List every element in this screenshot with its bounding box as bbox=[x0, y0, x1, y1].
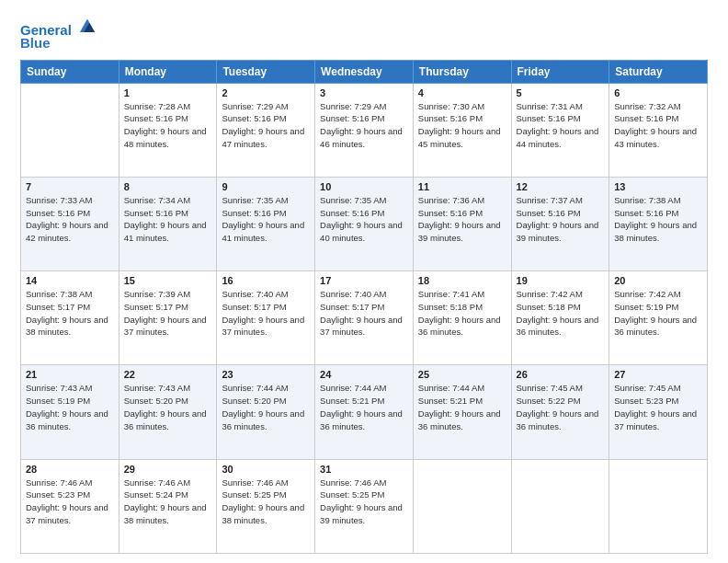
logo: General Blue bbox=[20, 17, 97, 51]
cell-info: Sunrise: 7:46 AMSunset: 5:25 PMDaylight:… bbox=[320, 477, 408, 527]
calendar-cell: 23Sunrise: 7:44 AMSunset: 5:20 PMDayligh… bbox=[217, 365, 315, 459]
cell-date: 30 bbox=[222, 464, 310, 475]
cell-info: Sunrise: 7:28 AMSunset: 5:16 PMDaylight:… bbox=[124, 100, 212, 151]
cell-info: Sunrise: 7:46 AMSunset: 5:25 PMDaylight:… bbox=[222, 477, 310, 527]
week-row-3: 21Sunrise: 7:43 AMSunset: 5:19 PMDayligh… bbox=[21, 365, 708, 459]
page: General Blue SundayMondayTuesdayWednesda… bbox=[0, 0, 728, 563]
cell-info: Sunrise: 7:44 AMSunset: 5:20 PMDaylight:… bbox=[222, 382, 310, 432]
cell-info: Sunrise: 7:29 AMSunset: 5:16 PMDaylight:… bbox=[222, 100, 310, 151]
calendar-header-row: SundayMondayTuesdayWednesdayThursdayFrid… bbox=[21, 60, 708, 83]
day-header-wednesday: Wednesday bbox=[315, 60, 414, 83]
cell-date: 4 bbox=[418, 87, 506, 98]
cell-date: 21 bbox=[26, 369, 114, 380]
cell-date: 6 bbox=[614, 87, 702, 98]
cell-date: 2 bbox=[222, 87, 310, 98]
cell-date: 1 bbox=[124, 87, 212, 98]
day-header-saturday: Saturday bbox=[609, 60, 708, 83]
calendar-cell: 19Sunrise: 7:42 AMSunset: 5:18 PMDayligh… bbox=[511, 271, 609, 365]
header: General Blue bbox=[20, 17, 708, 51]
calendar-cell: 17Sunrise: 7:40 AMSunset: 5:17 PMDayligh… bbox=[315, 271, 414, 365]
calendar-cell: 5Sunrise: 7:31 AMSunset: 5:16 PMDaylight… bbox=[511, 83, 609, 177]
cell-info: Sunrise: 7:35 AMSunset: 5:16 PMDaylight:… bbox=[320, 194, 408, 245]
week-row-1: 7Sunrise: 7:33 AMSunset: 5:16 PMDaylight… bbox=[21, 177, 708, 270]
cell-date: 24 bbox=[320, 369, 408, 380]
cell-date: 25 bbox=[418, 369, 506, 380]
cell-info: Sunrise: 7:43 AMSunset: 5:19 PMDaylight:… bbox=[26, 382, 114, 432]
cell-info: Sunrise: 7:33 AMSunset: 5:16 PMDaylight:… bbox=[26, 194, 114, 245]
day-header-tuesday: Tuesday bbox=[217, 60, 315, 83]
cell-info: Sunrise: 7:35 AMSunset: 5:16 PMDaylight:… bbox=[222, 194, 310, 245]
day-header-thursday: Thursday bbox=[413, 60, 511, 83]
week-row-4: 28Sunrise: 7:46 AMSunset: 5:23 PMDayligh… bbox=[21, 459, 708, 553]
cell-info: Sunrise: 7:38 AMSunset: 5:17 PMDaylight:… bbox=[26, 288, 114, 339]
calendar-cell: 9Sunrise: 7:35 AMSunset: 5:16 PMDaylight… bbox=[217, 177, 315, 270]
calendar-cell bbox=[609, 459, 708, 553]
cell-info: Sunrise: 7:41 AMSunset: 5:18 PMDaylight:… bbox=[418, 288, 506, 339]
calendar-cell bbox=[511, 459, 609, 553]
cell-date: 7 bbox=[26, 181, 114, 192]
calendar-cell: 6Sunrise: 7:32 AMSunset: 5:16 PMDaylight… bbox=[609, 83, 708, 177]
cell-date: 18 bbox=[418, 275, 506, 286]
calendar: SundayMondayTuesdayWednesdayThursdayFrid… bbox=[20, 60, 708, 555]
cell-date: 20 bbox=[614, 275, 702, 286]
calendar-cell: 30Sunrise: 7:46 AMSunset: 5:25 PMDayligh… bbox=[217, 459, 315, 553]
day-header-sunday: Sunday bbox=[21, 60, 119, 83]
calendar-cell: 12Sunrise: 7:37 AMSunset: 5:16 PMDayligh… bbox=[511, 177, 609, 270]
calendar-cell: 24Sunrise: 7:44 AMSunset: 5:21 PMDayligh… bbox=[315, 365, 414, 459]
day-header-friday: Friday bbox=[511, 60, 609, 83]
calendar-cell: 20Sunrise: 7:42 AMSunset: 5:19 PMDayligh… bbox=[609, 271, 708, 365]
calendar-cell: 27Sunrise: 7:45 AMSunset: 5:23 PMDayligh… bbox=[609, 365, 708, 459]
cell-date: 19 bbox=[517, 275, 605, 286]
cell-date: 23 bbox=[222, 369, 310, 380]
cell-info: Sunrise: 7:32 AMSunset: 5:16 PMDaylight:… bbox=[614, 100, 702, 151]
cell-info: Sunrise: 7:46 AMSunset: 5:23 PMDaylight:… bbox=[26, 477, 114, 527]
calendar-cell: 29Sunrise: 7:46 AMSunset: 5:24 PMDayligh… bbox=[119, 459, 217, 553]
cell-date: 27 bbox=[614, 369, 702, 380]
cell-date: 29 bbox=[124, 464, 212, 475]
cell-date: 16 bbox=[222, 275, 310, 286]
cell-info: Sunrise: 7:43 AMSunset: 5:20 PMDaylight:… bbox=[124, 382, 212, 432]
calendar-cell: 4Sunrise: 7:30 AMSunset: 5:16 PMDaylight… bbox=[413, 83, 511, 177]
calendar-cell: 8Sunrise: 7:34 AMSunset: 5:16 PMDaylight… bbox=[119, 177, 217, 270]
calendar-cell: 10Sunrise: 7:35 AMSunset: 5:16 PMDayligh… bbox=[315, 177, 414, 270]
calendar-cell: 22Sunrise: 7:43 AMSunset: 5:20 PMDayligh… bbox=[119, 365, 217, 459]
cell-date: 14 bbox=[26, 275, 114, 286]
cell-date: 28 bbox=[26, 464, 114, 475]
calendar-cell: 11Sunrise: 7:36 AMSunset: 5:16 PMDayligh… bbox=[413, 177, 511, 270]
week-row-2: 14Sunrise: 7:38 AMSunset: 5:17 PMDayligh… bbox=[21, 271, 708, 365]
cell-date: 12 bbox=[517, 181, 605, 192]
cell-info: Sunrise: 7:40 AMSunset: 5:17 PMDaylight:… bbox=[222, 288, 310, 339]
week-row-0: 1Sunrise: 7:28 AMSunset: 5:16 PMDaylight… bbox=[21, 83, 708, 177]
cell-date: 8 bbox=[124, 181, 212, 192]
calendar-cell: 26Sunrise: 7:45 AMSunset: 5:22 PMDayligh… bbox=[511, 365, 609, 459]
cell-info: Sunrise: 7:37 AMSunset: 5:16 PMDaylight:… bbox=[517, 194, 605, 245]
cell-info: Sunrise: 7:39 AMSunset: 5:17 PMDaylight:… bbox=[124, 288, 212, 339]
cell-info: Sunrise: 7:31 AMSunset: 5:16 PMDaylight:… bbox=[517, 100, 605, 151]
calendar-cell: 21Sunrise: 7:43 AMSunset: 5:19 PMDayligh… bbox=[21, 365, 119, 459]
cell-date: 3 bbox=[320, 87, 408, 98]
cell-info: Sunrise: 7:38 AMSunset: 5:16 PMDaylight:… bbox=[614, 194, 702, 245]
cell-date: 22 bbox=[124, 369, 212, 380]
calendar-cell: 7Sunrise: 7:33 AMSunset: 5:16 PMDaylight… bbox=[21, 177, 119, 270]
cell-info: Sunrise: 7:46 AMSunset: 5:24 PMDaylight:… bbox=[124, 477, 212, 527]
cell-info: Sunrise: 7:44 AMSunset: 5:21 PMDaylight:… bbox=[418, 382, 506, 432]
cell-info: Sunrise: 7:34 AMSunset: 5:16 PMDaylight:… bbox=[124, 194, 212, 245]
cell-info: Sunrise: 7:45 AMSunset: 5:23 PMDaylight:… bbox=[614, 382, 702, 432]
cell-date: 13 bbox=[614, 181, 702, 192]
logo-icon bbox=[77, 15, 97, 35]
cell-date: 15 bbox=[124, 275, 212, 286]
cell-date: 5 bbox=[517, 87, 605, 98]
calendar-cell bbox=[413, 459, 511, 553]
cell-info: Sunrise: 7:40 AMSunset: 5:17 PMDaylight:… bbox=[320, 288, 408, 339]
calendar-cell: 13Sunrise: 7:38 AMSunset: 5:16 PMDayligh… bbox=[609, 177, 708, 270]
cell-info: Sunrise: 7:42 AMSunset: 5:19 PMDaylight:… bbox=[614, 288, 702, 339]
cell-date: 10 bbox=[320, 181, 408, 192]
calendar-cell: 25Sunrise: 7:44 AMSunset: 5:21 PMDayligh… bbox=[413, 365, 511, 459]
calendar-cell: 31Sunrise: 7:46 AMSunset: 5:25 PMDayligh… bbox=[315, 459, 414, 553]
calendar-cell: 14Sunrise: 7:38 AMSunset: 5:17 PMDayligh… bbox=[21, 271, 119, 365]
cell-info: Sunrise: 7:30 AMSunset: 5:16 PMDaylight:… bbox=[418, 100, 506, 151]
calendar-cell: 2Sunrise: 7:29 AMSunset: 5:16 PMDaylight… bbox=[217, 83, 315, 177]
cell-info: Sunrise: 7:29 AMSunset: 5:16 PMDaylight:… bbox=[320, 100, 408, 151]
calendar-cell: 1Sunrise: 7:28 AMSunset: 5:16 PMDaylight… bbox=[119, 83, 217, 177]
calendar-cell: 3Sunrise: 7:29 AMSunset: 5:16 PMDaylight… bbox=[315, 83, 414, 177]
